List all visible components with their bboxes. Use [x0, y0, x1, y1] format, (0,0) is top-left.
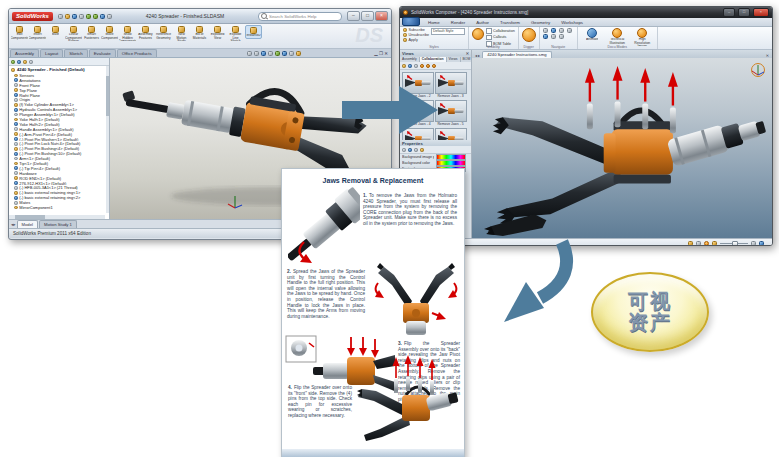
pan-icon[interactable]: [559, 28, 564, 33]
status-info-icon[interactable]: [759, 241, 764, 246]
rebuild-icon[interactable]: [100, 14, 105, 19]
expand-icon[interactable]: [414, 148, 418, 152]
create-selection-icon[interactable]: [551, 34, 556, 39]
default-props-icon[interactable]: [420, 148, 424, 152]
docu-mode-button[interactable]: Animate: [581, 28, 604, 42]
panel-close-icon[interactable]: ✕: [466, 51, 469, 56]
status-grid-icon[interactable]: [712, 241, 717, 246]
print-icon[interactable]: [79, 14, 84, 19]
camera-icon[interactable]: [551, 28, 556, 33]
docu-mode-button[interactable]: High Resolution Image: [631, 28, 654, 46]
docu-mode-button[interactable]: Technical Illustration: [606, 28, 629, 45]
ribbon-tab[interactable]: Transform: [495, 19, 525, 26]
save-icon[interactable]: [72, 14, 77, 19]
panel-tab[interactable]: Views: [447, 57, 461, 62]
composer-title-bar[interactable]: SolidWorks Composer - [4240 Spreader Ins…: [400, 7, 772, 18]
stop-icon[interactable]: [432, 64, 436, 68]
heads-up-view-toolbar[interactable]: [247, 51, 301, 56]
ribbon-button[interactable]: Mate: [47, 25, 64, 37]
sort-icon[interactable]: [408, 148, 412, 152]
camera-view-icon[interactable]: [414, 64, 418, 68]
ribbon-button[interactable]: Reference Geometry: [155, 25, 172, 40]
minimize-button[interactable]: –: [347, 11, 360, 21]
command-tab[interactable]: Office Products: [117, 49, 157, 57]
ribbon-button[interactable]: Move Component: [101, 25, 118, 40]
styles-item[interactable]: Apply: [403, 38, 429, 42]
visibility-checkbox[interactable]: Callouts: [486, 35, 515, 41]
digger-icon[interactable]: [522, 28, 536, 42]
select-icon[interactable]: [543, 28, 548, 33]
style-dropdown[interactable]: Default Style: [431, 28, 465, 35]
checkbox-icon[interactable]: [486, 35, 492, 41]
maximize-button[interactable]: □: [361, 11, 374, 21]
ribbon-button[interactable]: Bill of Materials: [191, 25, 208, 40]
checkbox-icon[interactable]: [486, 28, 492, 34]
display-style-icon[interactable]: [268, 51, 273, 56]
tab-scroll-arrows[interactable]: ◂▸: [11, 221, 16, 228]
command-tab[interactable]: Assembly: [10, 49, 39, 57]
panel-tab[interactable]: Assembly: [400, 57, 420, 62]
play-icon[interactable]: [420, 64, 424, 68]
composer-maximize-button[interactable]: □: [738, 8, 750, 17]
visibility-checkbox[interactable]: Collaboration: [486, 28, 515, 34]
dimxpert-icon[interactable]: [29, 60, 33, 64]
ribbon-button[interactable]: New Motion Study: [173, 25, 190, 41]
composer-3d-viewport[interactable]: ◂ ▸ 4240 Spreader Instructions.smg ✕: [472, 50, 772, 238]
ribbon-button[interactable]: Explode Line Sketch: [227, 25, 244, 41]
tree-item[interactable]: MirrorComponent1: [9, 205, 109, 210]
zoom-slider-knob[interactable]: [732, 241, 738, 246]
loop-icon[interactable]: [426, 64, 430, 68]
panel-tab[interactable]: BOM: [461, 57, 472, 62]
ribbon-tab[interactable]: Workshops: [556, 19, 588, 26]
ribbon-button[interactable]: Instant3D: [245, 25, 262, 39]
search-box[interactable]: Search SolidWorks Help: [258, 12, 342, 21]
undo-icon[interactable]: [86, 14, 91, 19]
command-tab[interactable]: Sketch: [64, 49, 87, 57]
appearance-icon[interactable]: [289, 51, 294, 56]
filter-icon[interactable]: [402, 148, 406, 152]
ribbon-button[interactable]: Assembly Features: [137, 25, 154, 40]
view-orientation-icon[interactable]: [261, 51, 266, 56]
visibility-icon[interactable]: [472, 28, 484, 40]
update-view-icon[interactable]: [408, 64, 412, 68]
zoom-area-icon[interactable]: [254, 51, 259, 56]
feature-manager-tabs[interactable]: [9, 58, 109, 66]
sw-title-bar[interactable]: SolidWorks 4240 Spreader - Finished.SLDA…: [9, 9, 391, 24]
ribbon-button[interactable]: Show Hidden Components: [119, 25, 136, 41]
zoom-icon[interactable]: [543, 34, 548, 39]
section-view-icon[interactable]: [282, 51, 287, 56]
composer-close-button[interactable]: ×: [753, 8, 769, 17]
styles-item[interactable]: Unsubscribe: [403, 33, 429, 37]
configurationmanager-icon[interactable]: [23, 60, 27, 64]
feature-manager-tree[interactable]: 4240 Spreader - Finished (Default) Senso…: [9, 58, 110, 219]
hide-show-icon[interactable]: [275, 51, 280, 56]
application-menu-button[interactable]: [402, 17, 420, 26]
motion-study-tab[interactable]: Motion Study 1: [39, 220, 77, 228]
command-tab[interactable]: Evaluate: [89, 49, 116, 57]
model-tab[interactable]: Model: [17, 220, 38, 228]
composer-minimize-button[interactable]: –: [723, 8, 735, 17]
status-render-icon[interactable]: [704, 241, 709, 246]
document-window-controls[interactable]: ▁ ❐ ✕: [374, 51, 388, 56]
new-view-icon[interactable]: [402, 64, 406, 68]
tree-horizontal-scrollbar[interactable]: [9, 215, 105, 219]
propertymanager-icon[interactable]: [17, 60, 21, 64]
status-pointer-icon[interactable]: [696, 241, 701, 246]
composer-triad-icon[interactable]: [750, 62, 766, 78]
redo-icon[interactable]: [93, 14, 98, 19]
ribbon-tab[interactable]: Render: [446, 19, 470, 26]
ribbon-button[interactable]: Exploded View: [209, 25, 226, 40]
panel-tab[interactable]: Collaboration: [420, 57, 447, 62]
views-toolbar[interactable]: [400, 62, 471, 70]
composer-canvas[interactable]: [472, 58, 772, 238]
ribbon-button[interactable]: Smart Fasteners: [83, 25, 100, 40]
new-icon[interactable]: [58, 14, 63, 19]
ribbon-tab[interactable]: Geometry: [526, 19, 555, 26]
options-icon[interactable]: [107, 14, 112, 19]
tree-root-item[interactable]: 4240 Spreader - Finished (Default): [9, 66, 109, 73]
zoom-selection-icon[interactable]: [559, 34, 564, 39]
properties-toolbar[interactable]: [400, 146, 471, 154]
status-style-icon[interactable]: [688, 241, 693, 246]
tree-vertical-scrollbar[interactable]: [106, 66, 109, 213]
close-button[interactable]: ×: [375, 11, 388, 21]
